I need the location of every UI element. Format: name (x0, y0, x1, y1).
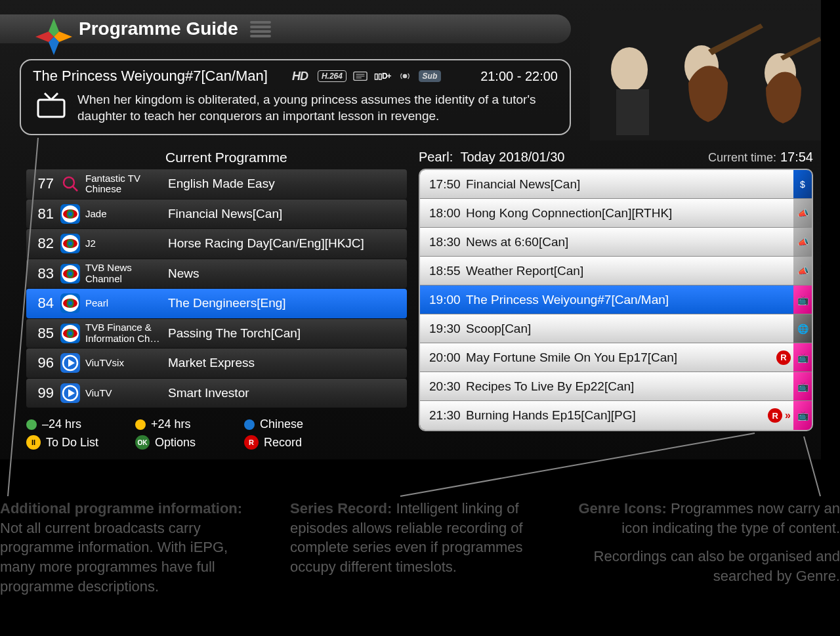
schedule-time: 20:30 (420, 379, 466, 394)
schedule-time: 19:30 (420, 322, 466, 336)
svg-rect-16 (38, 100, 64, 117)
channel-current-programme: Financial News[Can] (168, 207, 282, 221)
callout-genre-icons: Genre Icons: Programmes now carry an ico… (578, 499, 840, 586)
svg-point-36 (68, 301, 72, 305)
schedule-row[interactable]: 18:30News at 6:60[Can]📣 (420, 228, 812, 257)
subtitle-badge: Sub (419, 70, 442, 82)
page-title: Programme Guide (79, 18, 238, 39)
legend-pill-icon: OK (135, 435, 150, 450)
callout-series-record: Series Record: Intelligent linking of ep… (290, 499, 546, 577)
schedule-row[interactable]: 17:50Financial News[Can]$ (420, 170, 812, 199)
channel-row[interactable]: 81JadeFinancial News[Can] (26, 200, 407, 229)
schedule-title: May Fortune Smile On You Ep17[Can] (466, 350, 776, 365)
channel-logo-icon (60, 174, 80, 194)
schedule-row[interactable]: 18:00Hong Kong Copnnection[Can][RTHK]📣 (420, 199, 812, 228)
genre-icon: 🌐 (793, 314, 812, 343)
channel-row[interactable]: 82J2Horse Racing Day[Can/Eng][HKJC] (26, 229, 407, 259)
channel-row[interactable]: 96ViuTVsixMarket Express (26, 349, 407, 378)
schedule-title: Weather Report[Can] (466, 264, 791, 278)
svg-point-19 (64, 177, 74, 188)
schedule-row[interactable]: 18:55Weather Report[Can]📣 (420, 257, 812, 286)
legend-label: Chinese (260, 417, 303, 431)
schedule-row[interactable]: 19:30Scoop[Can]🌐 (420, 314, 812, 343)
svg-marker-44 (68, 389, 75, 397)
genre-icon: 📣 (793, 199, 812, 227)
schedule-title: Hong Kong Copnnection[Can][RTHK] (466, 206, 791, 221)
schedule-list: 17:50Financial News[Can]$18:00Hong Kong … (419, 169, 813, 431)
record-marker-icon: R (776, 350, 791, 365)
channel-name: TVB News Channel (85, 263, 163, 284)
cc-icon (353, 71, 368, 81)
legend-label: To Do List (46, 436, 98, 450)
channel-row[interactable]: 77Fantastic TV ChineseEnglish Made Easy (26, 169, 407, 199)
legend-item: Chinese (244, 417, 329, 431)
svg-marker-42 (68, 359, 75, 367)
channel-current-programme: English Made Easy (168, 177, 275, 191)
channel-number: 84 (26, 295, 55, 312)
channel-list-header: Current Programme (26, 150, 407, 169)
channel-number: 85 (26, 325, 55, 342)
schedule-time: 19:00 (420, 293, 466, 307)
schedule-title: News at 6:60[Can] (466, 235, 791, 249)
legend-item: –24 hrs (26, 417, 112, 431)
app-logo-icon (34, 17, 74, 56)
channel-row[interactable]: 84PearlThe Dengineers[Eng] (26, 289, 407, 318)
genre-icon: 📣 (793, 257, 812, 285)
svg-point-40 (68, 331, 72, 335)
header-bar: Programme Guide (0, 14, 571, 43)
programme-preview-image (590, 11, 821, 140)
legend-label: –24 hrs (42, 417, 81, 431)
schedule-row[interactable]: 20:30Recipes To Live By Ep22[Can]📺 (420, 372, 812, 401)
svg-point-5 (611, 47, 648, 92)
channel-logo-icon (60, 264, 80, 284)
genre-icon: 📣 (793, 228, 812, 256)
schedule-row[interactable]: 19:00The Princess Weiyoung#7[Can/Man]📺 (420, 286, 812, 314)
legend-label: +24 hrs (151, 417, 191, 431)
svg-rect-6 (616, 89, 649, 135)
detail-time: 21:00 - 22:00 (480, 69, 558, 84)
channel-current-programme: Horse Racing Day[Can/Eng][HKJC] (168, 236, 364, 251)
schedule-title: Burning Hands Ep15[Can][PG] (466, 408, 768, 423)
genre-icon: 📺 (793, 343, 812, 371)
schedule-title: Recipes To Live By Ep22[Can] (466, 379, 791, 394)
schedule-row[interactable]: 20:00May Fortune Smile On You Ep17[Can]R… (420, 343, 812, 372)
schedule-row[interactable]: 21:30Burning Hands Ep15[Can][PG]R»📺 (420, 401, 812, 430)
channel-name: J2 (85, 238, 163, 249)
genre-icon: 📺 (793, 401, 812, 430)
genre-icon: 📺 (793, 286, 812, 314)
channel-row[interactable]: 83TVB News ChannelNews (26, 259, 407, 289)
schedule-time: 21:30 (420, 408, 466, 423)
record-marker-icon: R (768, 408, 782, 423)
legend-label: Record (264, 436, 302, 450)
channel-current-programme: Passing The Torch[Can] (168, 326, 301, 341)
detail-title: The Princess Weiyoung#7[Can/Man] (33, 68, 268, 85)
channel-logo-icon (60, 234, 80, 253)
schedule-title: The Princess Weiyoung#7[Can/Man] (466, 293, 791, 307)
legend-label: Options (155, 436, 196, 450)
channel-logo-icon (60, 353, 80, 373)
legend: –24 hrs+24 hrsChinese IITo Do ListOKOpti… (26, 417, 329, 450)
current-time-value: 17:54 (780, 150, 813, 165)
channel-number: 77 (26, 175, 55, 192)
svg-point-15 (402, 74, 407, 79)
schedule-markers: R» (768, 408, 793, 423)
channel-name: ViuTV (85, 388, 163, 399)
legend-pill-icon: II (26, 435, 41, 450)
series-indicator-icon: » (785, 410, 791, 421)
legend-item: IITo Do List (26, 435, 112, 450)
hd-badge: HD (289, 69, 311, 84)
current-time-label: Current time: (708, 151, 776, 165)
svg-line-20 (73, 186, 77, 191)
channel-name: Jade (85, 209, 163, 220)
schedule-time: 18:00 (420, 206, 466, 221)
legend-dot-icon (135, 419, 146, 430)
schedule-title: Financial News[Can] (466, 177, 791, 192)
channel-number: 81 (26, 205, 55, 223)
channel-row[interactable]: 85TVB Finance & Information Ch…Passing T… (26, 319, 407, 349)
legend-item: RRecord (244, 435, 329, 450)
legend-item: OKOptions (135, 435, 220, 450)
svg-point-24 (68, 212, 72, 216)
channel-number: 83 (26, 265, 55, 282)
channel-row[interactable]: 99ViuTVSmart Investor (26, 379, 407, 408)
schedule-markers: R (776, 350, 793, 365)
